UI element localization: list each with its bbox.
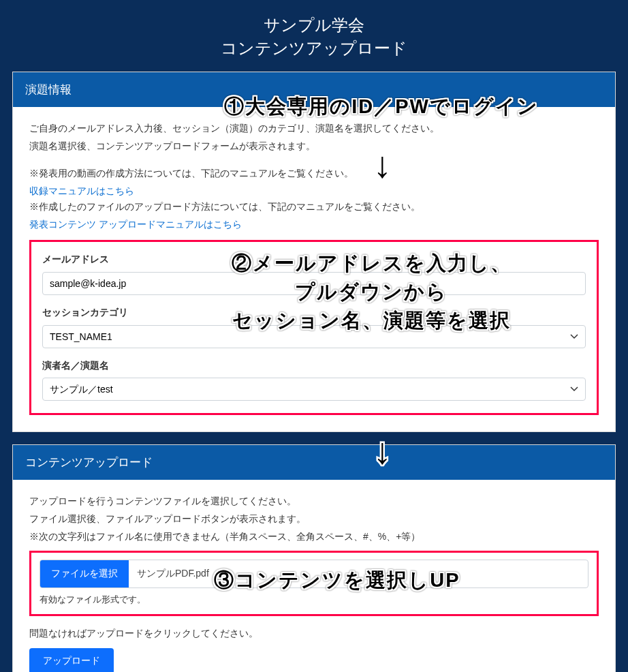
panel-abstract-info-title: 演題情報 — [13, 72, 615, 107]
form-box-highlight: メールアドレス セッションカテゴリ TEST_NAME1 演者名／演題名 サンプ… — [29, 240, 599, 415]
page-header: サンプル学会 コンテンツアップロード — [0, 0, 628, 72]
email-input[interactable] — [42, 272, 586, 295]
note-line: ※作成したのファイルのアップロード方法については、下記のマニュアルをご覧ください… — [29, 199, 599, 215]
upload-note: 問題なければアップロードをクリックしてください。 — [29, 626, 599, 642]
file-valid-message: 有効なファイル形式です。 — [40, 592, 588, 607]
label-email: メールアドレス — [42, 251, 586, 268]
desc-line: ファイル選択後、ファイルアップロードボタンが表示されます。 — [29, 511, 599, 528]
desc-line: 演題名選択後、コンテンツアップロードフォームが表示されます。 — [29, 138, 599, 155]
panel-content-upload-body: アップロードを行うコンテンツファイルを選択してください。 ファイル選択後、ファイ… — [13, 480, 615, 672]
panel-abstract-info-body: ご自身のメールアドレス入力後、セッション（演題）のカテゴリ、演題名を選択してくだ… — [13, 107, 615, 431]
desc-line: ※次の文字列はファイル名に使用できません（半角スペース、全角スペース、#、%、+… — [29, 529, 599, 545]
note-line: ※発表用の動画の作成方法については、下記のマニュアルをご覧ください。 — [29, 166, 599, 182]
desc-line: アップロードを行うコンテンツファイルを選択してください。 — [29, 493, 599, 510]
panel-content-upload-title: コンテンツアップロード — [13, 445, 615, 480]
session-category-select[interactable]: TEST_NAME1 — [42, 325, 586, 348]
panel-abstract-info: 演題情報 ご自身のメールアドレス入力後、セッション（演題）のカテゴリ、演題名を選… — [12, 72, 616, 432]
link-recording-manual[interactable]: 収録マニュアルはこちら — [29, 185, 134, 196]
desc-line: ご自身のメールアドレス入力後、セッション（演題）のカテゴリ、演題名を選択してくだ… — [29, 121, 599, 137]
label-session-category: セッションカテゴリ — [42, 305, 586, 321]
label-presenter-title: 演者名／演題名 — [42, 358, 586, 374]
upload-box-highlight: ファイルを選択 サンプルPDF.pdf 有効なファイル形式です。 — [29, 551, 599, 616]
choose-file-button[interactable]: ファイルを選択 — [40, 560, 129, 587]
page-title: サンプル学会 コンテンツアップロード — [0, 14, 628, 59]
upload-button[interactable]: アップロード — [29, 648, 114, 672]
link-upload-manual[interactable]: 発表コンテンツ アップロードマニュアルはこちら — [29, 219, 242, 230]
presenter-title-select[interactable]: サンプル／test — [42, 378, 586, 401]
panel-content-upload: コンテンツアップロード アップロードを行うコンテンツファイルを選択してください。… — [12, 444, 616, 672]
selected-file-name: サンプルPDF.pdf — [129, 560, 588, 587]
file-input-row: ファイルを選択 サンプルPDF.pdf — [40, 560, 588, 588]
